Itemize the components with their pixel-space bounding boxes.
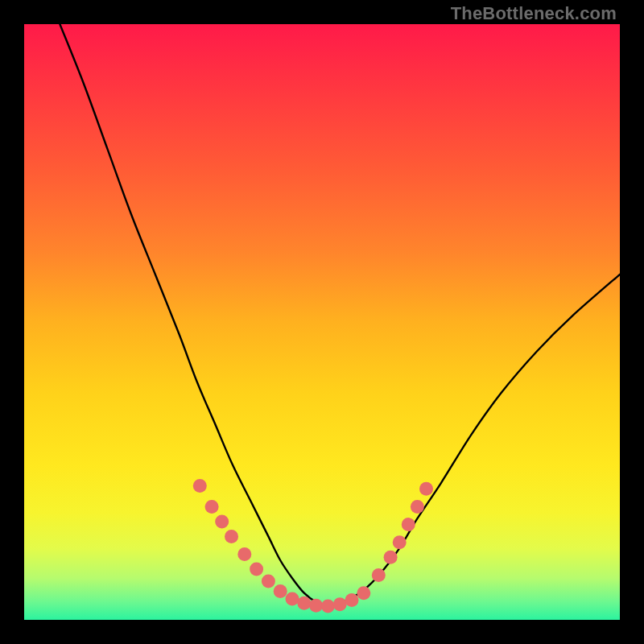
chart-plot xyxy=(24,24,620,620)
marker-dot xyxy=(262,574,275,588)
marker-dot xyxy=(402,518,415,531)
marker-dot xyxy=(309,599,323,613)
marker-dot xyxy=(250,563,263,576)
marker-dot xyxy=(297,597,311,610)
marker-dot xyxy=(333,597,347,611)
marker-dot xyxy=(419,482,433,496)
marker-dot xyxy=(345,593,359,607)
chart-background xyxy=(24,24,620,620)
marker-dot xyxy=(225,530,238,543)
marker-dot xyxy=(393,535,407,549)
marker-dot xyxy=(321,599,335,613)
marker-dot xyxy=(193,479,207,493)
marker-dot xyxy=(357,586,370,600)
marker-dot xyxy=(384,551,398,564)
watermark-text: TheBottleneck.com xyxy=(451,3,617,24)
marker-dot xyxy=(411,500,424,514)
marker-dot xyxy=(215,514,229,528)
chart-frame xyxy=(24,24,620,620)
marker-dot xyxy=(286,592,299,606)
marker-dot xyxy=(237,547,251,561)
marker-dot xyxy=(205,500,219,514)
marker-dot xyxy=(274,584,287,598)
marker-dot xyxy=(372,568,386,582)
